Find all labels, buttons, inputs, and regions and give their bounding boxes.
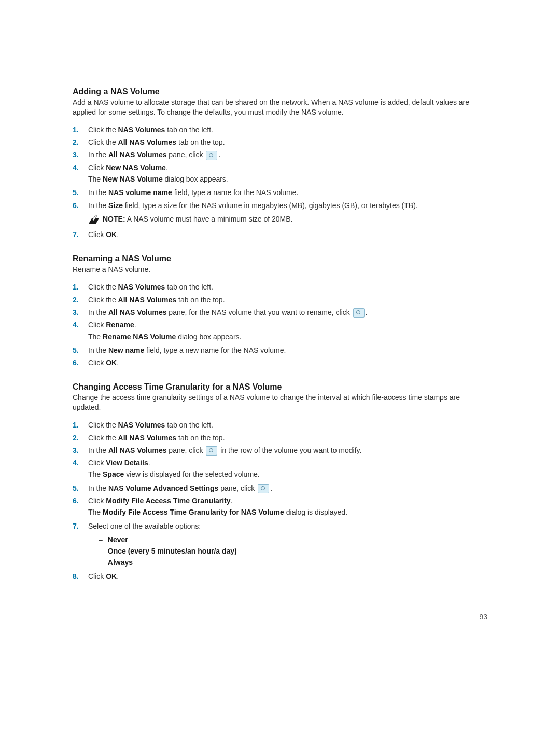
step-number: 2. xyxy=(73,295,88,305)
section-heading: Adding a NAS Volume xyxy=(73,87,487,97)
step-result-text: The New NAS Volume dialog box appears. xyxy=(88,174,487,184)
section-heading: Changing Access Time Granularity for a N… xyxy=(73,382,487,392)
option-label: Always xyxy=(108,557,133,568)
step-text: Click the NAS Volumes tab on the left. xyxy=(88,420,487,430)
bold-term: Modify File Access Time Granularity for … xyxy=(103,508,284,516)
bold-term: NAS Volumes xyxy=(118,126,165,134)
step-text: Click Rename. xyxy=(88,320,487,330)
step-text: In the NAS volume name field, type a nam… xyxy=(88,187,487,198)
step-item: 6.In the Size field, type a size for the… xyxy=(73,200,487,228)
bold-term: OK xyxy=(106,230,117,239)
step-item: 5.In the NAS Volume Advanced Settings pa… xyxy=(73,483,487,493)
step-body: Click the All NAS Volumes tab on the top… xyxy=(88,433,487,443)
step-text: Select one of the available options: xyxy=(88,521,487,531)
step-item: 5.In the New name field, type a new name… xyxy=(73,345,487,355)
bold-term: NAS Volumes xyxy=(118,283,165,291)
step-item: 2.Click the All NAS Volumes tab on the t… xyxy=(73,433,487,443)
step-body: Click View Details.The Space view is dis… xyxy=(88,458,487,481)
step-number: 8. xyxy=(73,571,88,582)
step-number: 1. xyxy=(73,125,88,135)
step-text: Click OK. xyxy=(88,357,487,368)
step-text: Click View Details. xyxy=(88,458,487,468)
bold-term: New NAS Volume xyxy=(103,175,163,183)
section-intro: Add a NAS volume to allocate storage tha… xyxy=(73,98,487,117)
step-list: 1.Click the NAS Volumes tab on the left.… xyxy=(73,282,487,368)
note-body: A NAS volume must have a minimum size of… xyxy=(125,215,293,223)
step-body: Click Modify File Access Time Granularit… xyxy=(88,495,487,519)
bold-term: New name xyxy=(108,346,144,354)
step-item: 5.In the NAS volume name field, type a n… xyxy=(73,187,487,198)
step-text: In the New name field, type a new name f… xyxy=(88,345,487,355)
settings-gear-icon xyxy=(258,484,269,493)
step-item: 7.Click OK. xyxy=(73,229,487,240)
section-intro: Rename a NAS volume. xyxy=(73,265,487,274)
bold-term: NAS Volume Advanced Settings xyxy=(108,484,218,492)
step-body: Click OK. xyxy=(88,571,487,582)
settings-gear-icon xyxy=(353,308,365,318)
step-result-text: The Space view is displayed for the sele… xyxy=(88,469,487,479)
step-item: 4.Click Rename.The Rename NAS Volume dia… xyxy=(73,320,487,343)
step-number: 1. xyxy=(73,282,88,292)
bold-term: OK xyxy=(106,572,117,581)
step-text: In the All NAS Volumes pane, click . xyxy=(88,149,487,160)
step-text: In the All NAS Volumes pane, click in th… xyxy=(88,445,487,456)
step-text: In the NAS Volume Advanced Settings pane… xyxy=(88,483,487,493)
step-body: Click OK. xyxy=(88,229,487,240)
page-number: 93 xyxy=(73,613,487,621)
step-number: 7. xyxy=(73,229,88,240)
step-result-text: The Rename NAS Volume dialog box appears… xyxy=(88,332,487,342)
option-item: Never xyxy=(99,534,487,545)
step-text: Click the All NAS Volumes tab on the top… xyxy=(88,433,487,443)
bold-term: All NAS Volumes xyxy=(108,150,167,159)
step-item: 4.Click New NAS Volume.The New NAS Volum… xyxy=(73,162,487,186)
step-item: 4.Click View Details.The Space view is d… xyxy=(73,458,487,481)
step-number: 5. xyxy=(73,345,88,355)
step-number: 4. xyxy=(73,458,88,468)
step-body: In the All NAS Volumes pane, click . xyxy=(88,149,487,160)
bold-term: NAS volume name xyxy=(108,188,172,197)
section-heading: Renaming a NAS Volume xyxy=(73,254,487,264)
step-text: Click Modify File Access Time Granularit… xyxy=(88,495,487,506)
step-item: 1.Click the NAS Volumes tab on the left. xyxy=(73,125,487,135)
step-body: In the NAS volume name field, type a nam… xyxy=(88,187,487,198)
step-number: 4. xyxy=(73,320,88,330)
step-item: 1.Click the NAS Volumes tab on the left. xyxy=(73,282,487,292)
step-body: Click the All NAS Volumes tab on the top… xyxy=(88,295,487,305)
step-number: 4. xyxy=(73,162,88,173)
step-text: Click the NAS Volumes tab on the left. xyxy=(88,282,487,292)
step-number: 3. xyxy=(73,307,88,318)
bold-term: Rename NAS Volume xyxy=(103,333,176,341)
bold-term: All NAS Volumes xyxy=(118,434,177,442)
step-body: Click the NAS Volumes tab on the left. xyxy=(88,282,487,292)
bold-term: OK xyxy=(106,359,117,367)
bold-term: NAS Volumes xyxy=(118,421,165,429)
settings-gear-icon xyxy=(206,446,217,456)
step-item: 2.Click the All NAS Volumes tab on the t… xyxy=(73,295,487,305)
note-pencil-icon xyxy=(88,214,100,224)
note-text: NOTE: A NAS volume must have a minimum s… xyxy=(103,214,487,224)
bold-term: New NAS Volume xyxy=(106,163,166,172)
bold-term: Rename xyxy=(106,321,134,329)
step-body: In the All NAS Volumes pane, click in th… xyxy=(88,445,487,456)
bold-term: Space xyxy=(103,470,124,478)
step-item: 8.Click OK. xyxy=(73,571,487,582)
step-text: Click OK. xyxy=(88,571,487,582)
step-item: 3.In the All NAS Volumes pane, click in … xyxy=(73,445,487,456)
bold-term: View Details xyxy=(106,459,148,467)
step-item: 1.Click the NAS Volumes tab on the left. xyxy=(73,420,487,430)
step-body: Click Rename.The Rename NAS Volume dialo… xyxy=(88,320,487,343)
step-item: 3.In the All NAS Volumes pane, click . xyxy=(73,149,487,160)
option-label: Once (every 5 minutes/an hour/a day) xyxy=(108,546,237,556)
note-callout: NOTE: A NAS volume must have a minimum s… xyxy=(88,214,487,224)
step-number: 1. xyxy=(73,420,88,430)
bold-term: All NAS Volumes xyxy=(108,308,167,316)
step-number: 2. xyxy=(73,433,88,443)
step-body: Click New NAS Volume.The New NAS Volume … xyxy=(88,162,487,186)
step-item: 7.Select one of the available options:Ne… xyxy=(73,521,487,569)
step-body: In the NAS Volume Advanced Settings pane… xyxy=(88,483,487,493)
step-text: Click the All NAS Volumes tab on the top… xyxy=(88,137,487,147)
note-label: NOTE: xyxy=(103,215,125,223)
step-body: In the Size field, type a size for the N… xyxy=(88,200,487,228)
bold-term: All NAS Volumes xyxy=(118,138,177,146)
step-list: 1.Click the NAS Volumes tab on the left.… xyxy=(73,420,487,582)
